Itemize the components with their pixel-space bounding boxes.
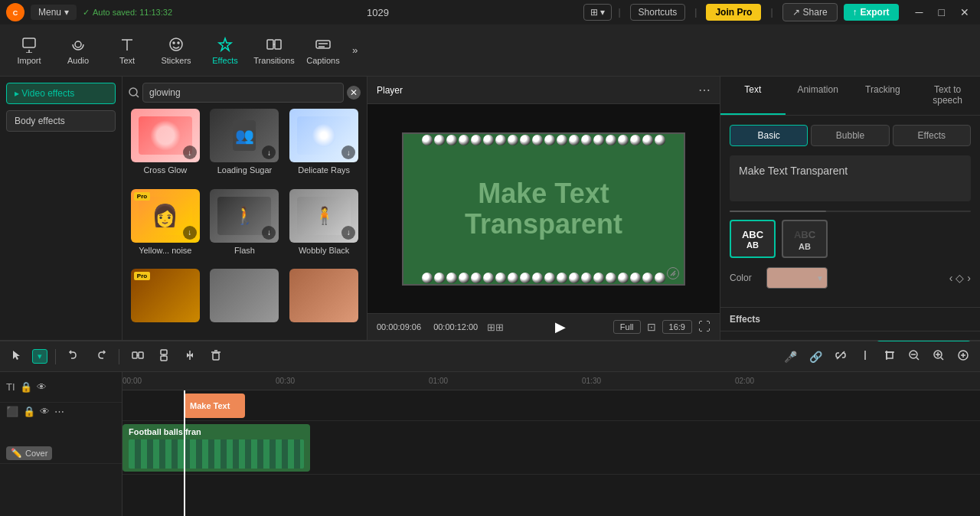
color-picker[interactable]: ▼ — [766, 267, 828, 289]
link-button[interactable]: 🔗 — [805, 348, 827, 366]
svg-rect-20 — [132, 352, 137, 358]
svg-line-19 — [136, 95, 139, 97]
grid-view-button[interactable]: ⊞⊞ — [484, 320, 507, 335]
video-clip[interactable]: Football balls fran — [122, 424, 310, 472]
effect-extra-1[interactable]: Pro — [129, 269, 202, 334]
toolbar-transitions[interactable]: Transitions — [251, 28, 297, 73]
close-button[interactable]: ✕ — [956, 5, 974, 20]
svg-rect-29 — [213, 353, 219, 360]
resize-icon — [669, 269, 677, 277]
color-diamond-button[interactable]: ◇ — [956, 272, 964, 284]
layout-button[interactable]: ⊞ ▾ — [583, 4, 612, 21]
tab-animation[interactable]: Animation — [786, 77, 851, 115]
svg-point-18 — [129, 88, 137, 96]
eye-icon-1[interactable]: 👁 — [37, 381, 47, 393]
redo-icon — [94, 349, 106, 361]
aspect-ratio-button[interactable]: 16:9 — [662, 320, 692, 334]
undo-button[interactable] — [64, 346, 85, 367]
trim-button[interactable] — [179, 346, 201, 367]
toolbar-stickers[interactable]: Stickers — [153, 28, 199, 73]
split-button[interactable] — [854, 346, 876, 367]
fit-screen-button[interactable]: ⊡ — [647, 321, 656, 333]
effects-search-input[interactable] — [142, 83, 344, 103]
cursor-tool-button[interactable] — [6, 346, 28, 367]
effect-flash[interactable]: 🚶 ↓ Flash — [208, 189, 282, 263]
abc-style-1[interactable]: ABC AB — [730, 220, 776, 258]
zoom-in-button[interactable] — [928, 346, 949, 367]
prev-color-button[interactable]: ‹ — [949, 272, 953, 284]
body-effects-button[interactable]: Body effects — [6, 110, 116, 132]
more-button[interactable]: » — [349, 41, 361, 59]
share-button[interactable]: ↗ Share — [782, 3, 838, 21]
redo-button[interactable] — [90, 346, 111, 367]
add-track-button[interactable] — [952, 346, 974, 367]
cover-label-area: ✏️ Cover — [6, 446, 52, 460]
tab-text-to-speech[interactable]: Text to speech — [915, 77, 980, 115]
timeline-tracks: 00:00 00:30 01:00 01:30 02:00 Make Text — [122, 372, 980, 516]
zoom-out-button[interactable] — [903, 346, 925, 367]
svg-line-39 — [916, 358, 919, 360]
style-tabs: Basic Bubble Effects — [730, 125, 971, 146]
effect-delicate-rays[interactable]: ↓ Delicate Rays — [287, 109, 361, 183]
zoom-full-button[interactable]: Full — [613, 320, 641, 334]
layer-icon: ⬛ — [6, 406, 18, 417]
effect-thumb-delicate-rays: ↓ — [289, 109, 358, 162]
play-button[interactable]: ▶ — [555, 318, 566, 335]
color-nav-arrows: ‹ ◇ › — [949, 272, 971, 284]
fullscreen-button[interactable]: ⛶ — [698, 320, 710, 334]
crop-button[interactable] — [879, 346, 900, 367]
resize-handle[interactable] — [667, 267, 679, 279]
effect-yellow-noise[interactable]: 👩 Pro ↓ Yellow... noise — [129, 189, 202, 263]
cursor-mode-button[interactable]: ▾ — [32, 349, 47, 364]
join-pro-button[interactable]: Join Pro — [706, 4, 761, 21]
eye-icon-2[interactable]: 👁 — [40, 406, 50, 417]
scroll-indicator — [730, 211, 971, 212]
toolbar-import[interactable]: Import — [6, 28, 52, 73]
abc-style-2[interactable]: ABC AB — [782, 220, 828, 258]
minimize-button[interactable]: ─ — [911, 5, 928, 20]
effect-extra-2[interactable] — [208, 269, 282, 334]
delete-button[interactable] — [205, 346, 227, 367]
text-clip[interactable]: Make Text — [184, 394, 245, 418]
menu-button[interactable]: Menu ▾ — [31, 5, 77, 20]
effect-name-wobbly-black: Wobbly Black — [299, 246, 349, 255]
player-menu-button[interactable]: ⋯ — [698, 83, 710, 97]
zoom-in-icon — [933, 349, 945, 361]
export-button[interactable]: ↑ Export — [844, 4, 899, 21]
split-v-button[interactable] — [153, 346, 175, 367]
style-tab-basic[interactable]: Basic — [730, 125, 808, 146]
toolbar-audio[interactable]: Audio — [55, 28, 101, 73]
clear-search-button[interactable]: ✕ — [347, 86, 361, 100]
video-track: Football balls fran — [122, 421, 980, 475]
maximize-button[interactable]: □ — [934, 5, 949, 20]
style-tab-effects[interactable]: Effects — [893, 125, 971, 146]
playhead[interactable] — [184, 390, 185, 516]
effect-extra-3[interactable] — [287, 269, 361, 334]
effect-loading-sugar[interactable]: 👥 ↓ Loading Sugar — [208, 109, 282, 183]
lock-icon-1[interactable]: 🔒 — [20, 381, 32, 393]
download-icon: ↓ — [183, 145, 197, 159]
right-panel: Text Animation Tracking Text to speech B… — [720, 77, 980, 340]
toolbar-effects[interactable]: Effects — [202, 28, 248, 73]
effect-thumb-extra3 — [289, 269, 358, 322]
tab-tracking[interactable]: Tracking — [851, 77, 916, 115]
more-icon-2[interactable]: ⋯ — [54, 406, 64, 417]
next-color-button[interactable]: › — [967, 272, 971, 284]
effect-cross-glow[interactable]: ↓ Cross Glow — [129, 109, 202, 183]
tab-text[interactable]: Text — [720, 77, 786, 115]
effect-wobbly-black[interactable]: 🧍 ↓ Wobbly Black — [287, 189, 361, 263]
mic-button[interactable]: 🎤 — [779, 348, 802, 366]
project-id: 1029 — [367, 7, 389, 18]
player-canvas: Make Text Transparent — [368, 104, 720, 313]
split-h-button[interactable] — [127, 346, 149, 367]
toolbar-text[interactable]: Text — [104, 28, 150, 73]
lock-icon-2[interactable]: 🔒 — [23, 406, 35, 417]
text-icon — [119, 36, 136, 53]
unlink-button[interactable] — [830, 346, 851, 367]
video-effects-button[interactable]: ▸ Video effects — [6, 83, 116, 104]
style-tab-bubble[interactable]: Bubble — [811, 125, 889, 146]
toolbar-captions[interactable]: Captions — [300, 28, 346, 73]
shortcuts-button[interactable]: Shortcuts — [630, 4, 686, 21]
edit-cover-button[interactable]: ✏️ Cover — [6, 446, 52, 460]
effect-thumb-wobbly-black: 🧍 ↓ — [289, 189, 358, 243]
